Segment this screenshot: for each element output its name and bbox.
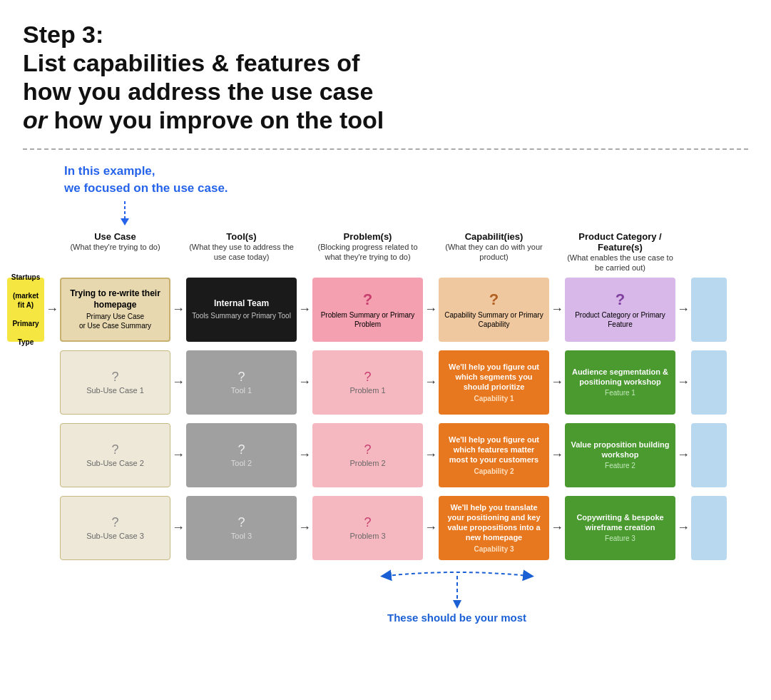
capability-cell-2: We'll help you figure out which features…: [439, 423, 549, 487]
arrow-problem-capability: →: [423, 302, 439, 317]
arrow-type-usecase: →: [44, 302, 60, 317]
capability-cell-primary: ? Capability Summary or Primary Capabili…: [439, 278, 549, 342]
problem-cell-1: ? Problem 1: [312, 350, 423, 415]
product-cell-1: Audience segmentation & positioning work…: [565, 350, 675, 415]
page-title: Step 3: List capabilities & features of …: [23, 20, 748, 134]
arrow-prod-extra-1: →: [675, 375, 691, 390]
arrow-prob-cap-3: →: [423, 520, 439, 535]
usecase-cell-1: ? Sub-Use Case 1: [60, 350, 170, 415]
arrow-tool-problem: →: [297, 302, 312, 317]
product-cell-primary: ? Product Category or Primary Feature: [565, 278, 675, 342]
arrow-prob-cap-1: →: [423, 375, 439, 390]
arrow-tool-prob-1: →: [297, 375, 312, 390]
svg-marker-5: [453, 600, 461, 609]
product-cell-2: Value proposition building workshop Feat…: [565, 423, 675, 487]
product-cell-3: Copywriting & bespoke wireframe creation…: [565, 496, 675, 560]
sub-row-3: ? Sub-Use Case 3 → ? Tool 3 → ? Problem …: [7, 496, 764, 560]
page-header: Step 3: List capabilities & features of …: [0, 0, 771, 143]
arrow-uc-tool-2: →: [170, 447, 186, 462]
extra-cell-3: [691, 496, 730, 560]
extra-cell-2: [691, 423, 730, 487]
primary-row: Startups (market fit A) Primary Type → T…: [7, 278, 764, 342]
arrow-capability-product: →: [549, 302, 565, 317]
tool-col-header: Tool(s) (What they use to address the us…: [186, 231, 297, 263]
bottom-annotation: These should be your most: [0, 569, 771, 624]
arrow-tool-prob-3: →: [297, 520, 312, 535]
arrow-usecase-tool: →: [170, 302, 186, 317]
extra-cell-primary: [691, 278, 730, 342]
usecase-cell-3: ? Sub-Use Case 3: [60, 496, 170, 560]
column-headers: Use Case (What they're trying to do) Too…: [0, 231, 771, 273]
tool-cell-primary: Internal Team Tools Summary or Primary T…: [186, 278, 297, 342]
problem-col-header: Problem(s) (Blocking progress related to…: [312, 231, 423, 263]
tool-cell-3: ? Tool 3: [186, 496, 297, 560]
arrow-prob-cap-2: →: [423, 447, 439, 462]
arrow-tool-prob-2: →: [297, 447, 312, 462]
main-grid: Startups (market fit A) Primary Type → T…: [0, 278, 771, 560]
tool-cell-2: ? Tool 2: [186, 423, 297, 487]
bottom-note: These should be your most: [387, 612, 526, 624]
capability-cell-3: We'll help you translate your positionin…: [439, 496, 549, 560]
svg-marker-1: [121, 218, 129, 225]
usecase-cell-2: ? Sub-Use Case 2: [60, 423, 170, 487]
arrow-cap-prod-2: →: [549, 447, 565, 462]
tool-cell-1: ? Tool 1: [186, 350, 297, 415]
arrow-uc-tool-3: →: [170, 520, 186, 535]
arrow-cap-prod-1: →: [549, 375, 565, 390]
problem-cell-3: ? Problem 3: [312, 496, 423, 560]
arrow-cap-prod-3: →: [549, 520, 565, 535]
extra-cell-1: [691, 350, 730, 415]
example-label: In this example, we focused on the use c…: [0, 150, 771, 201]
capability-col-header: Capabilit(ies) (What they can do with yo…: [439, 231, 549, 263]
dashed-arrow-down: [0, 201, 771, 227]
problem-cell-primary: ? Problem Summary or Primary Problem: [312, 278, 423, 342]
sub-rows-container: ? Sub-Use Case 1 → ? Tool 1 → ? Problem …: [7, 350, 764, 560]
usecase-cell-primary: Trying to re-write their homepage Primar…: [60, 278, 170, 342]
type-cell-primary: Startups (market fit A) Primary Type: [7, 278, 44, 342]
sub-row-1: ? Sub-Use Case 1 → ? Tool 1 → ? Problem …: [7, 350, 764, 415]
sub-row-2: ? Sub-Use Case 2 → ? Tool 2 → ? Problem …: [7, 423, 764, 487]
usecase-col-header: Use Case (What they're trying to do): [60, 231, 170, 252]
arrow-prod-extra-3: →: [675, 520, 691, 535]
arrow-uc-tool-1: →: [170, 375, 186, 390]
capability-cell-1: We'll help you figure out which segments…: [439, 350, 549, 415]
problem-cell-2: ? Problem 2: [312, 423, 423, 487]
product-col-header: Product Category / Feature(s) (What enab…: [565, 231, 675, 273]
arrow-product-extra-primary: →: [675, 302, 691, 317]
arrow-prod-extra-2: →: [675, 447, 691, 462]
